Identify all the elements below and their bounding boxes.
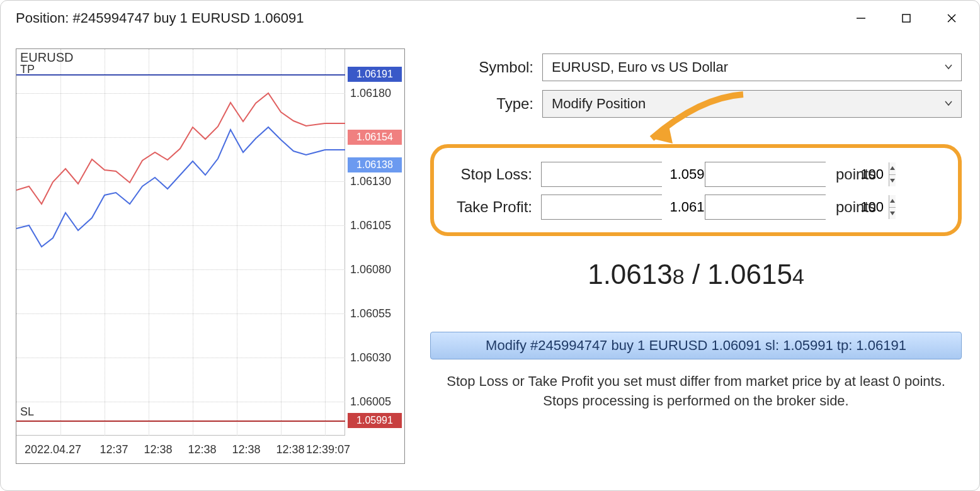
hint-line2: Stops processing is performed on the bro…: [430, 392, 962, 411]
sl-tp-highlight-box: Stop Loss:: [430, 144, 962, 236]
tp-label: Take Profit:: [450, 198, 532, 216]
close-button[interactable]: [932, 4, 972, 32]
svg-marker-10: [890, 199, 895, 203]
svg-marker-11: [890, 212, 895, 215]
sl-price-field[interactable]: [542, 162, 725, 186]
tp-points-spinner[interactable]: [889, 195, 896, 219]
type-select[interactable]: Modify Position: [542, 90, 962, 118]
sl-label: Stop Loss:: [450, 166, 532, 183]
chart-panel: EURUSD TP SL 1.06180 1.06130 1.06105 1.0…: [16, 48, 405, 464]
symbol-value: EURUSD, Euro vs US Dollar: [552, 59, 728, 76]
spinner-down-icon[interactable]: [889, 175, 896, 187]
chevron-down-icon: [943, 59, 954, 76]
symbol-row: Symbol: EURUSD, Euro vs US Dollar: [430, 54, 962, 81]
type-value: Modify Position: [552, 96, 646, 112]
svg-marker-7: [890, 179, 895, 183]
y-tick: 1.06055: [350, 307, 391, 320]
y-tick: 1.06080: [350, 263, 391, 276]
bid-price-tag: 1.06138: [348, 157, 402, 172]
sl-points-spinner[interactable]: [889, 162, 896, 186]
spinner-down-icon[interactable]: [889, 208, 896, 220]
points-unit: points: [836, 198, 876, 216]
symbol-label: Symbol:: [430, 59, 542, 76]
symbol-select[interactable]: EURUSD, Euro vs US Dollar: [542, 54, 962, 81]
bid-main: 1.0613: [588, 259, 673, 290]
order-form: Symbol: EURUSD, Euro vs US Dollar Type: …: [430, 48, 962, 473]
titlebar: Position: #245994747 buy 1 EURUSD 1.0609…: [1, 1, 979, 36]
window-title: Position: #245994747 buy 1 EURUSD 1.0609…: [16, 10, 841, 26]
y-tick: 1.06180: [350, 87, 391, 100]
bid-last: 8: [673, 264, 685, 288]
x-tick: 12:38: [232, 443, 260, 456]
ask-last: 4: [792, 264, 804, 288]
tp-row: Take Profit:: [450, 195, 942, 220]
y-tick: 1.06130: [350, 175, 391, 188]
x-tick: 12:37: [100, 443, 128, 456]
y-tick: 1.06005: [350, 395, 391, 409]
points-unit: points: [836, 166, 876, 183]
quote-separator: /: [685, 259, 708, 290]
hint-line1: Stop Loss or Take Profit you set must di…: [430, 372, 962, 392]
x-tick: 12:38: [144, 443, 172, 456]
svg-marker-6: [890, 166, 895, 170]
modify-button-label: Modify #245994747 buy 1 EURUSD 1.06091 s…: [486, 337, 906, 354]
window: Position: #245994747 buy 1 EURUSD 1.0609…: [0, 0, 980, 491]
x-tick: 12:38: [276, 443, 304, 456]
sl-points-input[interactable]: [705, 162, 826, 187]
price-lines: [16, 49, 345, 436]
chart-area: EURUSD TP SL: [16, 49, 345, 436]
x-tick: 12:39:07: [306, 443, 350, 456]
sl-price-tag: 1.05991: [348, 413, 402, 428]
y-tick: 1.06105: [350, 219, 391, 232]
close-icon: [946, 13, 957, 24]
maximize-icon: [901, 13, 912, 24]
sl-price-input[interactable]: [541, 162, 662, 187]
type-row: Type: Modify Position: [430, 90, 962, 118]
svg-rect-1: [903, 14, 910, 22]
tp-price-tag: 1.06191: [348, 67, 402, 82]
sl-row: Stop Loss:: [450, 162, 942, 187]
modify-button[interactable]: Modify #245994747 buy 1 EURUSD 1.06091 s…: [430, 332, 962, 359]
x-tick: 12:38: [188, 443, 216, 456]
minimize-button[interactable]: [841, 4, 881, 32]
maximize-button[interactable]: [886, 4, 926, 32]
tp-points-input[interactable]: [705, 195, 826, 220]
type-label: Type:: [430, 95, 542, 113]
x-tick: 2022.04.27: [25, 443, 81, 456]
x-axis: 2022.04.27 12:37 12:38 12:38 12:38 12:38…: [16, 436, 345, 463]
chevron-down-icon: [943, 96, 954, 112]
hint-text: Stop Loss or Take Profit you set must di…: [430, 372, 962, 411]
tp-price-field[interactable]: [542, 195, 725, 219]
ask-price-tag: 1.06154: [348, 130, 402, 145]
spinner-up-icon[interactable]: [889, 195, 896, 208]
minimize-icon: [855, 13, 867, 24]
spinner-up-icon[interactable]: [889, 162, 896, 175]
quote-display: 1.06138 / 1.06154: [430, 259, 962, 290]
window-controls: [841, 4, 972, 32]
ask-main: 1.0615: [707, 259, 792, 290]
y-tick: 1.06030: [350, 351, 391, 364]
tp-price-input[interactable]: [541, 195, 662, 220]
content: EURUSD TP SL 1.06180 1.06130 1.06105 1.0…: [1, 36, 979, 490]
